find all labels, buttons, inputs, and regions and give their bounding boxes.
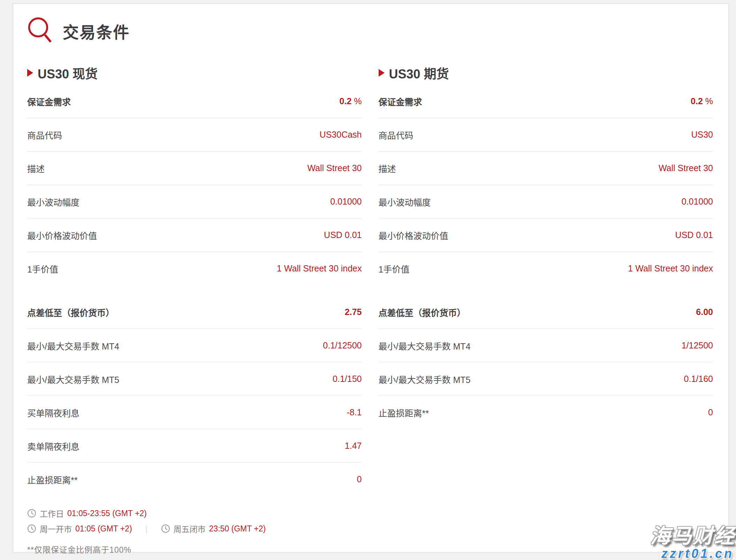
table-row: 卖单隔夜利息 1.47 — [27, 429, 362, 463]
table-row: 点差低至（报价货币） 6.00 — [379, 296, 713, 329]
trading-conditions-card: 交易条件 US30 现货 保证金需求 0.2 % 商品代码 US30Cash 描… — [13, 3, 729, 552]
row-label: 最小波动幅度 — [379, 195, 431, 208]
instrument-column: US30 现货 保证金需求 0.2 % 商品代码 US30Cash 描述 Wal… — [27, 65, 362, 496]
table-row: 最小/最大交易手数 MT4 1/12500 — [379, 329, 713, 362]
row-label: 止盈损距离** — [379, 406, 429, 419]
row-label: 保证金需求 — [379, 95, 422, 108]
column-title-label: US30 期货 — [389, 64, 449, 82]
monday-open-label: 周一开市 — [40, 523, 72, 535]
conditions-table: 保证金需求 0.2 % 商品代码 US30 描述 Wall Street 30 … — [379, 85, 713, 285]
conditions-columns: US30 现货 保证金需求 0.2 % 商品代码 US30Cash 描述 Wal… — [27, 65, 713, 496]
site-watermark: 海马财经 zzrt01.cn — [650, 526, 735, 560]
row-label: 最小/最大交易手数 MT4 — [27, 339, 119, 352]
table-row: 描述 Wall Street 30 — [27, 152, 362, 185]
column-title: US30 期货 — [379, 65, 713, 80]
row-value: 0.1/160 — [684, 374, 713, 384]
triangle-bullet-icon — [379, 69, 385, 77]
table-row: 保证金需求 0.2 % — [27, 85, 362, 118]
row-value: US30 — [691, 130, 713, 140]
row-label: 买单隔夜利息 — [27, 406, 79, 419]
value-unit: % — [703, 96, 713, 106]
row-label: 卖单隔夜利息 — [27, 440, 79, 452]
margin-note: **仅限保证金比例高于100% — [27, 543, 713, 555]
conditions-table: 点差低至（报价货币） 6.00 最小/最大交易手数 MT4 1/12500 最小… — [379, 296, 713, 429]
table-row: 止盈损距离** 0 — [379, 396, 713, 429]
row-value: 0 — [708, 407, 713, 417]
instrument-column: US30 期货 保证金需求 0.2 % 商品代码 US30 描述 Wall St… — [379, 65, 713, 496]
conditions-table: 保证金需求 0.2 % 商品代码 US30Cash 描述 Wall Street… — [27, 85, 362, 285]
row-value: USD 0.01 — [324, 230, 362, 240]
page-title: 交易条件 — [63, 20, 130, 43]
row-value: Wall Street 30 — [307, 163, 362, 173]
row-value: 0.2 % — [340, 96, 362, 106]
table-row: 商品代码 US30 — [379, 118, 713, 152]
row-label: 点差低至（报价货币） — [379, 306, 466, 319]
workday-hours-line: 工作日 01:05-23:55 (GMT +2) — [27, 506, 713, 521]
row-value: 1 Wall Street 30 index — [628, 263, 713, 274]
row-value: 6.00 — [696, 307, 713, 317]
table-row: 最小/最大交易手数 MT5 0.1/160 — [379, 362, 713, 396]
page-header: 交易条件 — [27, 16, 713, 46]
row-label: 点差低至（报价货币） — [27, 306, 114, 319]
trading-hours-footer: 工作日 01:05-23:55 (GMT +2) 周一开市 01:05 (GMT… — [27, 506, 713, 555]
row-value: 2.75 — [345, 307, 362, 317]
row-label: 最小价格波动价值 — [379, 229, 448, 241]
table-row: 最小价格波动价值 USD 0.01 — [27, 218, 362, 252]
conditions-table: 点差低至（报价货币） 2.75 最小/最大交易手数 MT4 0.1/12500 … — [27, 296, 362, 496]
row-value: 0.2 % — [691, 96, 713, 106]
friday-close-time: 23:50 (GMT +2) — [209, 524, 266, 534]
table-row: 1手价值 1 Wall Street 30 index — [27, 252, 362, 285]
clock-icon — [27, 524, 36, 533]
row-value: 1/12500 — [682, 340, 713, 351]
row-label: 商品代码 — [27, 129, 62, 141]
workday-time: 01:05-23:55 (GMT +2) — [67, 509, 147, 518]
row-label: 商品代码 — [379, 129, 413, 141]
open-close-line: 周一开市 01:05 (GMT +2) ｜ 周五闭市 23:50 (GMT +2… — [27, 521, 713, 536]
table-row: 最小波动幅度 0.01000 — [27, 185, 362, 218]
table-row: 最小/最大交易手数 MT4 0.1/12500 — [27, 329, 362, 362]
table-row: 最小价格波动价值 USD 0.01 — [379, 218, 713, 252]
clock-icon — [161, 524, 170, 533]
table-row: 保证金需求 0.2 % — [379, 85, 713, 118]
row-label: 保证金需求 — [27, 95, 71, 108]
row-label: 最小波动幅度 — [27, 195, 79, 208]
table-row: 买单隔夜利息 -8.1 — [27, 396, 362, 429]
row-label: 最小/最大交易手数 MT4 — [379, 339, 471, 352]
row-value: 0.01000 — [330, 197, 362, 207]
workday-label: 工作日 — [40, 507, 64, 519]
row-value: -8.1 — [347, 407, 362, 417]
row-label: 最小/最大交易手数 MT5 — [27, 373, 119, 385]
row-value: USD 0.01 — [675, 230, 713, 240]
row-value: 1.47 — [345, 441, 362, 451]
row-label: 描述 — [27, 162, 45, 175]
row-label: 最小价格波动价值 — [27, 229, 97, 241]
row-label: 描述 — [379, 162, 396, 175]
row-value: US30Cash — [320, 130, 362, 140]
table-row: 商品代码 US30Cash — [27, 118, 362, 152]
value-unit: % — [351, 96, 362, 106]
row-label: 最小/最大交易手数 MT5 — [379, 373, 471, 385]
row-value: 1 Wall Street 30 index — [277, 263, 362, 274]
table-row: 点差低至（报价货币） 2.75 — [27, 296, 362, 329]
row-value: Wall Street 30 — [659, 163, 713, 173]
table-row: 最小/最大交易手数 MT5 0.1/150 — [27, 362, 362, 396]
table-row: 止盈损距离** 0 — [27, 463, 362, 496]
friday-close-label: 周五闭市 — [174, 523, 206, 535]
triangle-bullet-icon — [27, 69, 33, 77]
table-row: 最小波动幅度 0.01000 — [379, 185, 713, 218]
row-label: 1手价值 — [27, 262, 58, 275]
table-row: 描述 Wall Street 30 — [379, 152, 713, 185]
row-value: 0.01000 — [682, 197, 713, 207]
table-row: 1手价值 1 Wall Street 30 index — [379, 252, 713, 285]
monday-open-time: 01:05 (GMT +2) — [75, 524, 132, 534]
column-title-label: US30 现货 — [38, 64, 98, 82]
search-icon — [27, 16, 53, 46]
watermark-brand: 海马财经 — [650, 526, 735, 546]
row-value: 0 — [357, 474, 362, 484]
footer-separator: ｜ — [143, 523, 151, 535]
row-label: 1手价值 — [379, 262, 410, 275]
row-value: 0.1/12500 — [323, 340, 362, 351]
column-title: US30 现货 — [27, 65, 362, 80]
row-value: 0.1/150 — [333, 374, 362, 384]
watermark-domain: zzrt01.cn — [650, 547, 735, 560]
